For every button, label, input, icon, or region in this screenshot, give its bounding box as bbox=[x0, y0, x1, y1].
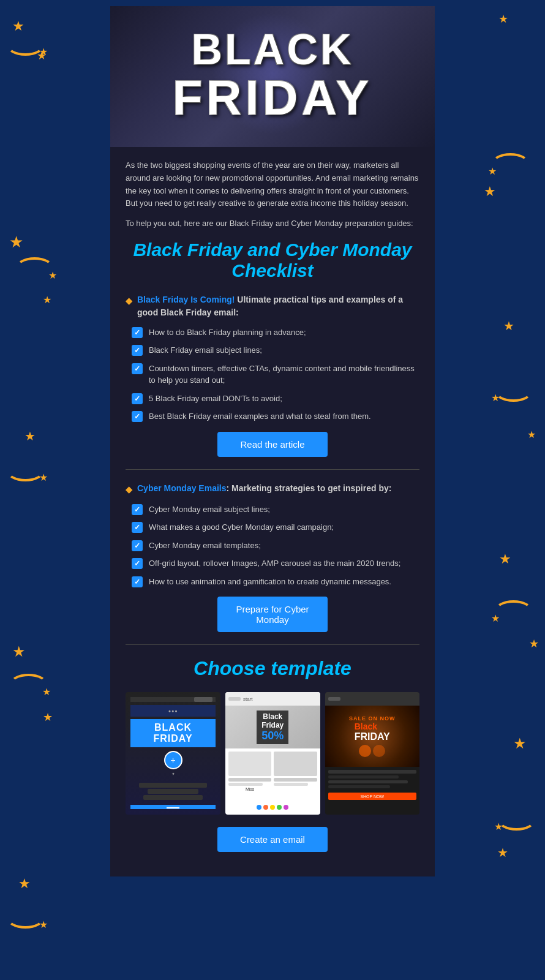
diamond-icon-cm: ◆ bbox=[126, 483, 132, 496]
card3-sale-text: SALE ON NOW bbox=[349, 715, 396, 722]
bf-checklist-item-5: Best Black Friday email examples and wha… bbox=[132, 410, 419, 423]
decoration-star: ★ bbox=[513, 735, 527, 752]
decoration-swoosh: ★ bbox=[6, 907, 45, 931]
hero-title-line2: FRIDAY bbox=[173, 71, 372, 125]
checkbox-icon bbox=[132, 522, 143, 533]
card3-bf-text: Black FRIDAY bbox=[355, 722, 390, 742]
decoration-swoosh: ★ bbox=[491, 153, 530, 178]
decoration-swoosh: ★ bbox=[9, 674, 48, 698]
checkbox-icon bbox=[132, 411, 143, 422]
main-content: BLACK FRIDAY As the two biggest shopping… bbox=[110, 6, 435, 876]
cm-checklist-item-3: Cyber Monday email templates; bbox=[132, 540, 419, 552]
cm-checklist-item-5: How to use animation and gamification to… bbox=[132, 576, 419, 588]
card1-bf-label: BLACKFRIDAY bbox=[130, 719, 216, 747]
decoration-star: ★ bbox=[24, 429, 36, 443]
decoration-star: ★ bbox=[499, 551, 511, 567]
black-friday-block: ◆ Black Friday Is Coming! Ultimate pract… bbox=[126, 293, 419, 457]
decoration-star: ★ bbox=[12, 18, 24, 34]
cm-checklist-item-1: Cyber Monday email subject lines; bbox=[132, 503, 419, 516]
bf-checklist-item-4: 5 Black Friday email DON'Ts to avoid; bbox=[132, 393, 419, 405]
template-section: Choose template ●●● BLACKFRIDAY + bbox=[126, 657, 419, 852]
decoration-swoosh: ★ bbox=[6, 34, 45, 58]
card3-header bbox=[325, 692, 419, 706]
section-divider-2 bbox=[126, 644, 419, 645]
decoration-star: ★ bbox=[12, 643, 26, 660]
card2-hero: BlackFriday50% bbox=[225, 706, 320, 748]
decoration-star: ★ bbox=[18, 876, 31, 892]
decoration-star: ★ bbox=[498, 12, 508, 26]
decoration-star: ★ bbox=[497, 845, 508, 860]
decoration-star: ★ bbox=[43, 294, 51, 306]
bf-checklist: How to do Black Friday planning in advan… bbox=[132, 326, 419, 423]
checklist-heading: Black Friday and Cyber Monday Checklist bbox=[126, 239, 419, 281]
create-email-button[interactable]: Create an email bbox=[217, 827, 328, 852]
decoration-star: ★ bbox=[484, 184, 496, 200]
cm-article-description: : Marketing strategies to get inspired b… bbox=[227, 483, 392, 493]
decoration-star: ★ bbox=[527, 429, 536, 440]
intro-paragraph-2: To help you out, here are our Black Frid… bbox=[126, 217, 419, 230]
cyber-monday-button[interactable]: Prepare for Cyber Monday bbox=[217, 597, 328, 632]
card3-content: SHOP NOW bbox=[325, 767, 419, 810]
checkbox-icon bbox=[132, 504, 143, 515]
cm-checklist: Cyber Monday email subject lines; What m… bbox=[132, 503, 419, 588]
checkbox-icon bbox=[132, 576, 143, 587]
cm-article-link[interactable]: Cyber Monday Emails bbox=[137, 483, 227, 493]
template-card-2[interactable]: start BlackFriday50% bbox=[225, 692, 320, 815]
hero-title-line1: BLACK bbox=[192, 28, 354, 71]
template-grid: ●●● BLACKFRIDAY + ✦ ▬ bbox=[126, 692, 419, 815]
cm-article-title: ◆ Cyber Monday Emails: Marketing strateg… bbox=[126, 482, 419, 496]
checkbox-icon bbox=[132, 540, 143, 551]
checkbox-icon bbox=[132, 345, 143, 356]
read-article-button[interactable]: Read the article bbox=[217, 432, 328, 457]
decoration-swoosh: ★ bbox=[15, 257, 54, 282]
decoration-star: ★ bbox=[529, 637, 539, 650]
template-heading: Choose template bbox=[126, 657, 419, 680]
content-box: As the two biggest shopping events of th… bbox=[110, 147, 435, 876]
checkbox-icon bbox=[132, 558, 143, 569]
bf-article-title: ◆ Black Friday Is Coming! Ultimate pract… bbox=[126, 293, 419, 319]
template-card-3[interactable]: SALE ON NOW Black FRIDAY bbox=[325, 692, 419, 815]
bf-checklist-item-3: Countdown timers, effective CTAs, dynami… bbox=[132, 363, 419, 386]
cm-checklist-item-2: What makes a good Cyber Monday email cam… bbox=[132, 521, 419, 533]
card3-hero: SALE ON NOW Black FRIDAY bbox=[325, 706, 419, 767]
checkbox-icon bbox=[132, 363, 143, 374]
cyber-monday-block: ◆ Cyber Monday Emails: Marketing strateg… bbox=[126, 482, 419, 633]
decoration-swoosh: ★ bbox=[497, 809, 536, 833]
card2-content: Miss bbox=[225, 748, 320, 802]
decoration-star: ★ bbox=[37, 49, 47, 62]
decoration-swoosh: ★ bbox=[6, 459, 45, 484]
decoration-swoosh: ★ bbox=[494, 380, 533, 404]
decoration-star: ★ bbox=[9, 233, 23, 252]
card2-header: start bbox=[225, 692, 320, 706]
checkbox-icon bbox=[132, 393, 143, 404]
decoration-swoosh: ★ bbox=[494, 600, 533, 625]
section-divider bbox=[126, 469, 419, 470]
bf-article-link[interactable]: Black Friday Is Coming! bbox=[137, 295, 235, 304]
intro-paragraph-1: As the two biggest shopping events of th… bbox=[126, 159, 419, 210]
bf-checklist-item-2: Black Friday email subject lines; bbox=[132, 344, 419, 356]
card-header-1 bbox=[130, 697, 216, 702]
cm-checklist-item-4: Off-grid layout, rollover Images, AMP ca… bbox=[132, 557, 419, 570]
hero-banner: BLACK FRIDAY bbox=[110, 6, 435, 147]
card2-bf-label: BlackFriday50% bbox=[257, 710, 288, 744]
decoration-star: ★ bbox=[503, 318, 514, 333]
card2-dots bbox=[225, 805, 320, 810]
checkbox-icon bbox=[132, 327, 143, 338]
decoration-star: ★ bbox=[43, 710, 53, 724]
diamond-icon: ◆ bbox=[126, 295, 132, 307]
template-card-1[interactable]: ●●● BLACKFRIDAY + ✦ ▬ bbox=[126, 692, 220, 815]
bf-checklist-item-1: How to do Black Friday planning in advan… bbox=[132, 326, 419, 339]
